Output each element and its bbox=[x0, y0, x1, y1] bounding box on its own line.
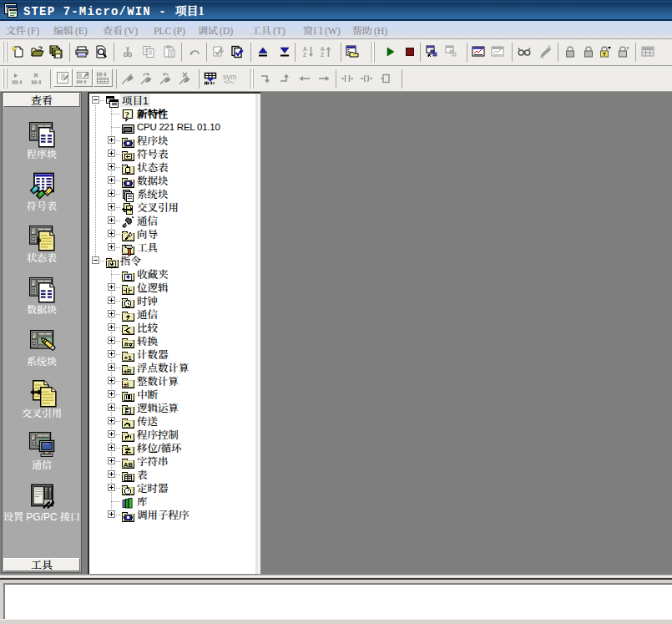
svg-text:T: T bbox=[603, 52, 606, 57]
svg-text:A: A bbox=[321, 46, 325, 52]
svg-text:a: a bbox=[124, 340, 129, 348]
svg-text:A: A bbox=[303, 46, 307, 52]
svg-text:Z: Z bbox=[303, 52, 306, 58]
svg-text:Z: Z bbox=[321, 52, 324, 58]
svg-text:?: ? bbox=[125, 109, 130, 119]
svg-text:sym: sym bbox=[223, 73, 236, 81]
